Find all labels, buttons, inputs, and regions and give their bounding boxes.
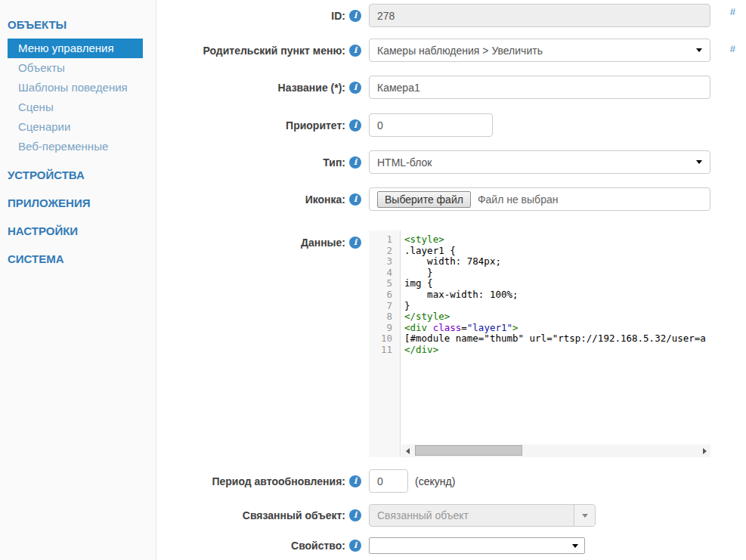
choose-file-button[interactable]: Выберите файл	[377, 191, 471, 208]
line-number: 6	[369, 289, 400, 301]
type-selected-value: HTML-блок	[377, 156, 696, 169]
id-label: ID:	[331, 10, 345, 22]
name-label-cell: Название (*): i	[159, 82, 361, 94]
icon-label: Иконка:	[305, 193, 345, 206]
refresh-period-field[interactable]	[369, 469, 408, 493]
refresh-period-units: (секунд)	[415, 475, 455, 487]
line-number: 9	[369, 323, 400, 334]
right-arrow-icon	[703, 448, 707, 454]
chevron-down-icon	[582, 514, 588, 518]
sidebar-section-2[interactable]: ПРИЛОЖЕНИЯ	[0, 187, 156, 215]
line-number: 8	[369, 311, 400, 323]
name-field[interactable]	[369, 76, 710, 99]
file-status-text: Файл не выбран	[478, 193, 559, 206]
code-line: width: 784px;	[404, 256, 710, 268]
info-icon[interactable]: i	[349, 475, 361, 487]
info-icon[interactable]: i	[349, 237, 361, 249]
info-icon[interactable]: i	[349, 45, 361, 57]
form-row-name: Название (*): i	[159, 76, 741, 99]
info-icon[interactable]: i	[349, 156, 361, 169]
form-row-linked-object: Связанный объект: i Связанный объект	[159, 504, 741, 527]
type-select[interactable]: HTML-блок	[369, 150, 710, 174]
property-label: Свойство:	[291, 540, 345, 552]
line-number: 5	[369, 278, 400, 289]
info-icon[interactable]: i	[349, 10, 361, 22]
line-number: 4	[369, 268, 400, 279]
sidebar-item[interactable]: Объекты	[8, 58, 143, 78]
line-number: 2	[369, 246, 400, 257]
sidebar: ОБЪЕКТЫМеню управленияОбъектыШаблоны пов…	[0, 0, 156, 560]
chevron-down-icon	[696, 48, 702, 52]
line-numbers: 1234567891011	[369, 230, 401, 457]
info-icon[interactable]: i	[349, 509, 361, 521]
sidebar-items: Меню управленияОбъектыШаблоны поведенияС…	[8, 39, 143, 156]
code-line: <style>	[404, 234, 710, 246]
info-icon[interactable]: i	[349, 82, 361, 94]
priority-label-cell: Приоритет: i	[159, 119, 361, 131]
code-line: }	[404, 301, 710, 312]
form-row-type: Тип: i HTML-блок	[159, 150, 741, 174]
form-row-refresh-period: Период автообновления: i (секунд)	[159, 469, 741, 493]
priority-label: Приоритет:	[286, 119, 345, 131]
line-number: 7	[369, 301, 400, 312]
select-arrow-box[interactable]	[574, 505, 595, 526]
data-label-cell: Данные: i	[159, 232, 361, 249]
scroll-right-button[interactable]	[698, 444, 710, 457]
chevron-down-icon	[696, 160, 702, 164]
property-select[interactable]	[369, 537, 585, 554]
priority-field[interactable]	[369, 113, 493, 137]
info-icon[interactable]: i	[349, 193, 361, 206]
sidebar-item[interactable]: Веб-переменные	[8, 137, 143, 156]
form-row-id: ID: i	[159, 4, 741, 27]
form-row-priority: Приоритет: i	[159, 113, 741, 137]
linked-label-cell: Связанный объект: i	[159, 509, 361, 521]
parent-menu-label: Родительский пункт меню:	[203, 45, 345, 57]
data-code-editor[interactable]: 1234567891011 <style>.layer1 { width: 78…	[369, 230, 710, 457]
sidebar-item[interactable]: Шаблоны поведения	[8, 78, 143, 97]
name-label: Название (*):	[278, 82, 345, 94]
refresh-period-label: Период автообновления:	[212, 475, 345, 487]
parent-menu-selected-value: Камеры наблюдения > Увеличить	[377, 45, 696, 57]
code-line: img {	[404, 278, 710, 289]
form-row-icon: Иконка: i Выберите файл Файл не выбран	[159, 187, 741, 211]
form-row-property: Свойство: i	[159, 537, 741, 554]
scrollbar-thumb[interactable]	[415, 445, 522, 456]
id-field[interactable]	[369, 4, 710, 27]
info-icon[interactable]: i	[349, 540, 361, 552]
code-line: <div class="layer1">	[404, 323, 710, 334]
code-line: </div>	[404, 345, 710, 356]
code-line: [#module name="thumb" url="rtsp://192.16…	[404, 333, 710, 345]
refresh-label-cell: Период автообновления: i	[159, 475, 361, 487]
code-line: .layer1 {	[404, 246, 710, 257]
sidebar-section-3[interactable]: НАСТРОЙКИ	[0, 215, 156, 243]
sidebar-item[interactable]: Сцены	[8, 97, 143, 117]
sidebar-section-0[interactable]: ОБЪЕКТЫ	[0, 9, 156, 37]
left-arrow-icon	[406, 448, 410, 454]
form-row-parent-menu: Родительский пункт меню: i Камеры наблюд…	[159, 39, 741, 62]
linked-object-placeholder: Связанный объект	[370, 509, 574, 521]
type-label-cell: Тип: i	[159, 156, 361, 169]
line-number: 3	[369, 256, 400, 268]
linked-object-label: Связанный объект:	[243, 509, 345, 521]
icon-label-cell: Иконка: i	[159, 193, 361, 206]
sidebar-item[interactable]: Меню управления	[8, 39, 143, 58]
icon-file-input[interactable]: Выберите файл Файл не выбран	[369, 187, 710, 211]
info-icon[interactable]: i	[349, 119, 361, 131]
horizontal-scrollbar[interactable]	[401, 444, 710, 457]
main-content: # # ID: i Родительский пункт меню: i Кам…	[157, 0, 746, 560]
line-number: 10	[369, 333, 400, 345]
type-label: Тип:	[323, 156, 345, 169]
scroll-left-button[interactable]	[401, 444, 413, 457]
id-label-cell: ID: i	[159, 10, 361, 22]
page: ОБЪЕКТЫМеню управленияОбъектыШаблоны пов…	[0, 0, 746, 560]
code-line: max-width: 100%;	[404, 289, 710, 301]
scrollbar-track[interactable]	[413, 444, 698, 457]
sidebar-item[interactable]: Сценарии	[8, 117, 143, 137]
parent-menu-select[interactable]: Камеры наблюдения > Увеличить	[369, 39, 710, 62]
code-line: </style>	[404, 311, 710, 323]
sidebar-section-1[interactable]: УСТРОЙСТВА	[0, 159, 156, 187]
code-area[interactable]: <style>.layer1 { width: 784px; }img { ma…	[401, 230, 710, 448]
linked-object-select[interactable]: Связанный объект	[369, 504, 596, 527]
sidebar-section-4[interactable]: СИСТЕМА	[0, 243, 156, 271]
property-label-cell: Свойство: i	[159, 540, 361, 552]
